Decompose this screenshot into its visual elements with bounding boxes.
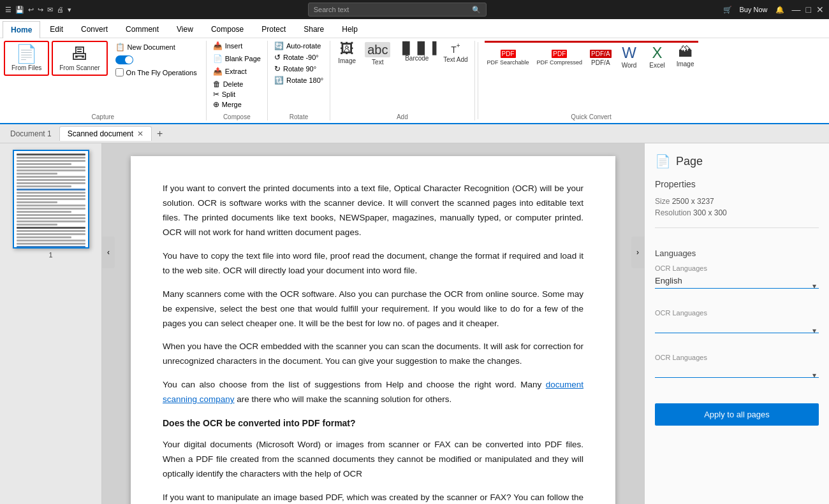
tab-comment[interactable]: Comment [117,20,167,38]
size-label: Size [655,197,670,206]
panel-header: 📄 Page [655,154,819,169]
insert-button[interactable]: 📥 Insert [210,41,246,51]
ocr-dropdown-3[interactable] [655,363,819,378]
minimize-button[interactable]: — [792,4,801,15]
para4: When you have the OCR embedded with the … [163,340,583,369]
on-the-fly-row[interactable]: On The Fly Operations [113,68,200,77]
delete-icon: 🗑 [213,80,221,89]
word-button[interactable]: W Word [617,44,642,70]
page-number-1: 1 [13,251,89,259]
ocr-dropdown-1[interactable]: English [655,273,819,289]
languages-section: Languages OCR Languages English OCR Lang… [655,248,819,426]
from-scanner-button[interactable]: 🖷 From Scanner [54,43,105,73]
search-input[interactable]: Search text [314,6,349,13]
ocr-dropdown-3-wrapper[interactable] [655,363,819,388]
email-icon[interactable]: ✉ [47,6,53,14]
ocr-dropdown-1-wrapper[interactable]: English [655,273,819,299]
text-add-label: Text Add [443,56,467,63]
size-row: Size 2500 x 3237 [655,197,819,206]
tab-edit[interactable]: Edit [41,20,71,38]
add-qc-divider [478,42,478,119]
excel-label: Excel [649,62,664,69]
tab-convert[interactable]: Convert [73,20,116,38]
pdf-a-label: PDF/A [591,59,610,66]
rotate-neg90-label: Rotate -90° [283,54,319,61]
tab-share[interactable]: Share [295,20,332,38]
rotate180-button[interactable]: 🔃 Rotate 180° [272,75,326,85]
image-convert-label: Image [677,61,694,68]
text-add-button[interactable]: T+ Text Add [441,41,470,64]
toggle-switch[interactable] [115,55,133,64]
apply-to-all-pages-button[interactable]: Apply to all pages [655,403,819,426]
dropdown-icon[interactable]: ▾ [68,6,71,14]
tab-close-button[interactable]: ✕ [137,129,143,138]
rotate-neg90-button[interactable]: ↺ Rotate -90° [272,52,321,62]
ocr-dropdown-2[interactable] [655,318,819,333]
print-icon[interactable]: 🖨 [57,6,64,13]
scanned-document-tab[interactable]: Scanned document ✕ [59,126,152,141]
thumbnail-1[interactable]: 1 [13,150,89,259]
ocr-dropdown-2-wrapper[interactable] [655,318,819,343]
rotate90-button[interactable]: ↻ Rotate 90° [272,64,319,74]
quick-convert-group: PDF PDF Searchable PDF PDF Compressed PD… [481,41,702,120]
text-button[interactable]: abc Text [362,41,393,67]
search-icon[interactable]: 🔍 [472,6,481,14]
barcode-button[interactable]: ▐▌▐▌▐ Barcode [395,41,438,63]
maximize-button[interactable]: □ [806,4,811,15]
tab-view[interactable]: View [168,20,202,38]
search-box[interactable]: Search text 🔍 [308,3,487,17]
properties-section-title: Properties [655,179,819,189]
doc-content: If you want to convert the printed docum… [102,143,644,504]
thumbnail-panel: 1 [0,143,102,504]
cart-icon[interactable]: 🛒 [723,6,732,14]
auto-rotate-button[interactable]: 🔄 Auto-rotate [272,41,323,51]
para5-before: You can also choose from the list of sug… [163,380,546,389]
undo-icon[interactable]: ↩ [28,6,34,14]
collapse-panel-button[interactable]: ‹ [102,236,115,268]
tab-protect[interactable]: Protect [253,20,294,38]
resolution-value: 300 x 300 [693,208,727,217]
page-icon: 📄 [655,154,671,169]
toggle-row[interactable] [113,55,200,65]
tab-home[interactable]: Home [3,21,40,38]
title-bar-right: 🛒 Buy Now 🔔 — □ ✕ [723,4,825,15]
tab-help[interactable]: Help [334,20,366,38]
save-icon[interactable]: 💾 [15,6,24,14]
ocr-label-1: OCR Languages [655,264,819,272]
document1-tab[interactable]: Document 1 [3,127,59,141]
tab-compose[interactable]: Compose [203,20,252,38]
image-convert-button[interactable]: 🏔 Image [673,44,698,69]
tab-add-button[interactable]: + [152,126,168,142]
merge-button[interactable]: ⊕ Merge [210,99,263,110]
from-files-label: From Files [11,64,41,71]
delete-button[interactable]: 🗑 Delete [210,79,263,89]
on-the-fly-label: On The Fly Operations [126,69,197,76]
bell-icon[interactable]: 🔔 [775,6,784,14]
pdf-compressed-button[interactable]: PDF PDF Compressed [534,44,585,67]
pdf-searchable-icon: PDF [501,45,516,58]
on-the-fly-checkbox[interactable] [115,68,124,76]
languages-title: Languages [655,248,819,258]
extract-icon: 📤 [213,67,223,76]
image-button[interactable]: 🖼 Image [334,41,360,66]
text-icon: abc [365,42,390,57]
pdf-searchable-button[interactable]: PDF PDF Searchable [485,44,532,67]
extract-button[interactable]: 📤 Extract [210,66,249,76]
text-add-icon: T+ [451,42,460,55]
compose-group-content: 📥 Insert 📄 Blank Page 📤 Extract [210,41,263,79]
expand-right-button[interactable]: › [631,236,644,268]
new-document-button[interactable]: 📋 New Document [113,42,200,52]
blank-page-label: Blank Page [225,55,261,62]
pdf-a-icon: PDF/A [590,45,611,58]
redo-icon[interactable]: ↪ [38,6,43,14]
split-button[interactable]: ✂ Split [210,89,263,99]
from-files-button[interactable]: 📄 From Files [6,43,47,73]
new-document-label: New Document [128,43,175,51]
pdf-a-button[interactable]: PDF/A PDF/A [587,44,613,68]
blank-page-button[interactable]: 📄 Blank Page [210,54,263,64]
app-menu-icon[interactable]: ☰ [5,6,11,14]
rotate-group: 🔄 Auto-rotate ↺ Rotate -90° ↻ Rotate 90°… [268,41,330,120]
excel-button[interactable]: X Excel [645,44,670,70]
buy-now-label[interactable]: Buy Now [740,6,768,13]
close-button[interactable]: ✕ [816,4,824,15]
